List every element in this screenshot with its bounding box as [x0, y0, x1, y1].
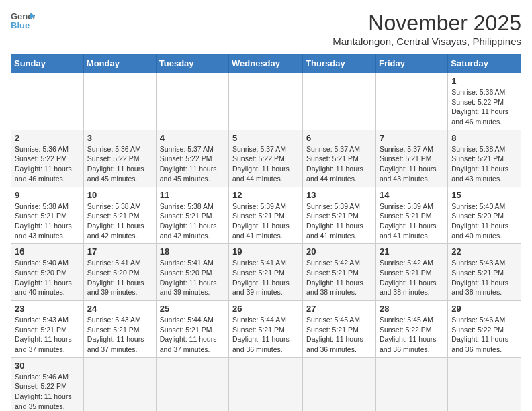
calendar-cell: 27Sunrise: 5:45 AMSunset: 5:21 PMDayligh…: [303, 301, 376, 358]
weekday-header-sunday: Sunday: [11, 54, 84, 73]
weekday-header-thursday: Thursday: [303, 54, 376, 73]
day-number: 26: [232, 304, 299, 314]
calendar-cell: 12Sunrise: 5:39 AMSunset: 5:21 PMDayligh…: [229, 187, 303, 244]
calendar-cell: 3Sunrise: 5:36 AMSunset: 5:22 PMDaylight…: [83, 130, 156, 187]
calendar-cell: 7Sunrise: 5:37 AMSunset: 5:21 PMDaylight…: [375, 130, 447, 187]
calendar-cell: 21Sunrise: 5:42 AMSunset: 5:21 PMDayligh…: [375, 244, 447, 301]
day-info: Sunrise: 5:43 AMSunset: 5:21 PMDaylight:…: [15, 315, 80, 355]
calendar-cell: 15Sunrise: 5:40 AMSunset: 5:20 PMDayligh…: [448, 187, 521, 244]
svg-text:Blue: Blue: [11, 20, 30, 30]
day-info: Sunrise: 5:41 AMSunset: 5:21 PMDaylight:…: [232, 258, 299, 298]
day-info: Sunrise: 5:36 AMSunset: 5:22 PMDaylight:…: [87, 144, 152, 184]
calendar-cell: [229, 73, 303, 130]
day-info: Sunrise: 5:37 AMSunset: 5:21 PMDaylight:…: [306, 144, 372, 184]
day-info: Sunrise: 5:40 AMSunset: 5:20 PMDaylight:…: [451, 201, 517, 241]
weekday-header-row: SundayMondayTuesdayWednesdayThursdayFrid…: [11, 54, 521, 73]
calendar-cell: [448, 357, 521, 411]
calendar-week-row: 1Sunrise: 5:36 AMSunset: 5:22 PMDaylight…: [11, 73, 521, 130]
day-number: 3: [87, 133, 152, 143]
calendar-cell: 29Sunrise: 5:46 AMSunset: 5:22 PMDayligh…: [448, 301, 521, 358]
calendar-cell: 16Sunrise: 5:40 AMSunset: 5:20 PMDayligh…: [11, 244, 84, 301]
day-info: Sunrise: 5:36 AMSunset: 5:22 PMDaylight:…: [451, 87, 517, 127]
calendar-cell: [156, 357, 228, 411]
day-info: Sunrise: 5:37 AMSunset: 5:22 PMDaylight:…: [232, 144, 299, 184]
day-info: Sunrise: 5:43 AMSunset: 5:21 PMDaylight:…: [451, 258, 517, 298]
day-number: 15: [451, 190, 517, 200]
day-number: 10: [87, 190, 152, 200]
day-number: 12: [232, 190, 299, 200]
day-number: 23: [15, 304, 80, 314]
calendar-week-row: 2Sunrise: 5:36 AMSunset: 5:22 PMDaylight…: [11, 130, 521, 187]
day-info: Sunrise: 5:45 AMSunset: 5:22 PMDaylight:…: [380, 315, 444, 355]
title-section: November 2025 Mantalongon, Central Visay…: [332, 11, 521, 47]
day-info: Sunrise: 5:42 AMSunset: 5:21 PMDaylight:…: [306, 258, 372, 298]
day-number: 1: [451, 76, 517, 86]
calendar-cell: 10Sunrise: 5:38 AMSunset: 5:21 PMDayligh…: [83, 187, 156, 244]
day-info: Sunrise: 5:41 AMSunset: 5:20 PMDaylight:…: [160, 258, 225, 298]
calendar-cell: [156, 73, 228, 130]
calendar-cell: [375, 73, 447, 130]
calendar-week-row: 23Sunrise: 5:43 AMSunset: 5:21 PMDayligh…: [11, 301, 521, 358]
day-number: 21: [380, 246, 444, 257]
weekday-header-saturday: Saturday: [448, 54, 521, 73]
calendar-cell: 18Sunrise: 5:41 AMSunset: 5:20 PMDayligh…: [156, 244, 228, 301]
calendar-cell: 9Sunrise: 5:38 AMSunset: 5:21 PMDaylight…: [11, 187, 84, 244]
day-info: Sunrise: 5:43 AMSunset: 5:21 PMDaylight:…: [87, 315, 152, 355]
calendar-cell: 19Sunrise: 5:41 AMSunset: 5:21 PMDayligh…: [229, 244, 303, 301]
calendar-cell: 1Sunrise: 5:36 AMSunset: 5:22 PMDaylight…: [448, 73, 521, 130]
day-info: Sunrise: 5:37 AMSunset: 5:21 PMDaylight:…: [380, 144, 444, 184]
day-number: 9: [15, 190, 80, 200]
calendar-table: SundayMondayTuesdayWednesdayThursdayFrid…: [11, 54, 521, 411]
day-number: 25: [160, 304, 225, 314]
calendar-cell: 17Sunrise: 5:41 AMSunset: 5:20 PMDayligh…: [83, 244, 156, 301]
calendar-cell: [303, 73, 376, 130]
calendar-cell: [83, 73, 156, 130]
calendar-cell: [11, 73, 84, 130]
day-info: Sunrise: 5:36 AMSunset: 5:22 PMDaylight:…: [15, 144, 80, 184]
calendar-cell: 8Sunrise: 5:38 AMSunset: 5:21 PMDaylight…: [448, 130, 521, 187]
weekday-header-friday: Friday: [375, 54, 447, 73]
day-number: 28: [380, 304, 444, 314]
location-title: Mantalongon, Central Visayas, Philippine…: [332, 36, 521, 47]
day-number: 8: [451, 133, 517, 143]
day-number: 19: [232, 246, 299, 257]
day-number: 11: [160, 190, 225, 200]
day-number: 29: [451, 304, 517, 314]
calendar-week-row: 9Sunrise: 5:38 AMSunset: 5:21 PMDaylight…: [11, 187, 521, 244]
day-number: 30: [15, 361, 80, 371]
weekday-header-monday: Monday: [83, 54, 156, 73]
calendar-cell: 2Sunrise: 5:36 AMSunset: 5:22 PMDaylight…: [11, 130, 84, 187]
day-number: 22: [451, 246, 517, 257]
calendar-cell: 20Sunrise: 5:42 AMSunset: 5:21 PMDayligh…: [303, 244, 376, 301]
day-number: 27: [306, 304, 372, 314]
day-info: Sunrise: 5:45 AMSunset: 5:21 PMDaylight:…: [306, 315, 372, 355]
calendar-cell: 24Sunrise: 5:43 AMSunset: 5:21 PMDayligh…: [83, 301, 156, 358]
day-info: Sunrise: 5:39 AMSunset: 5:21 PMDaylight:…: [306, 201, 372, 241]
day-info: Sunrise: 5:38 AMSunset: 5:21 PMDaylight:…: [451, 144, 517, 184]
header: General Blue November 2025 Mantalongon, …: [11, 11, 521, 47]
day-number: 5: [232, 133, 299, 143]
day-info: Sunrise: 5:44 AMSunset: 5:21 PMDaylight:…: [160, 315, 225, 355]
day-info: Sunrise: 5:44 AMSunset: 5:21 PMDaylight:…: [232, 315, 299, 355]
calendar-cell: 22Sunrise: 5:43 AMSunset: 5:21 PMDayligh…: [448, 244, 521, 301]
day-number: 14: [380, 190, 444, 200]
calendar-cell: 5Sunrise: 5:37 AMSunset: 5:22 PMDaylight…: [229, 130, 303, 187]
calendar-cell: 4Sunrise: 5:37 AMSunset: 5:22 PMDaylight…: [156, 130, 228, 187]
calendar-cell: 11Sunrise: 5:38 AMSunset: 5:21 PMDayligh…: [156, 187, 228, 244]
calendar-cell: 30Sunrise: 5:46 AMSunset: 5:22 PMDayligh…: [11, 357, 84, 411]
weekday-header-tuesday: Tuesday: [156, 54, 228, 73]
day-info: Sunrise: 5:46 AMSunset: 5:22 PMDaylight:…: [15, 372, 80, 411]
calendar-cell: 26Sunrise: 5:44 AMSunset: 5:21 PMDayligh…: [229, 301, 303, 358]
day-info: Sunrise: 5:46 AMSunset: 5:22 PMDaylight:…: [451, 315, 517, 355]
logo: General Blue: [11, 11, 35, 30]
logo-icon: General Blue: [11, 11, 35, 30]
day-info: Sunrise: 5:38 AMSunset: 5:21 PMDaylight:…: [15, 201, 80, 241]
day-info: Sunrise: 5:38 AMSunset: 5:21 PMDaylight:…: [87, 201, 152, 241]
calendar-cell: [303, 357, 376, 411]
day-info: Sunrise: 5:38 AMSunset: 5:21 PMDaylight:…: [160, 201, 225, 241]
day-info: Sunrise: 5:40 AMSunset: 5:20 PMDaylight:…: [15, 258, 80, 298]
calendar-cell: 23Sunrise: 5:43 AMSunset: 5:21 PMDayligh…: [11, 301, 84, 358]
day-number: 13: [306, 190, 372, 200]
day-number: 17: [87, 246, 152, 257]
calendar-cell: 13Sunrise: 5:39 AMSunset: 5:21 PMDayligh…: [303, 187, 376, 244]
